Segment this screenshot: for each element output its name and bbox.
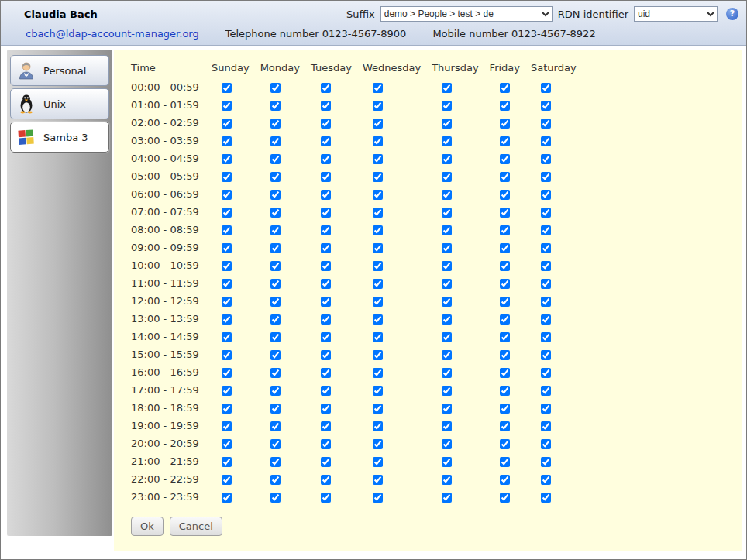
hour-checkbox-friday[interactable] (500, 279, 510, 289)
hour-checkbox-saturday[interactable] (541, 386, 551, 396)
hour-checkbox-wednesday[interactable] (373, 332, 383, 342)
hour-checkbox-tuesday[interactable] (321, 421, 331, 431)
hour-checkbox-sunday[interactable] (222, 261, 232, 271)
hour-checkbox-friday[interactable] (500, 314, 510, 325)
hour-checkbox-wednesday[interactable] (373, 208, 383, 218)
hour-checkbox-friday[interactable] (500, 172, 510, 182)
hour-checkbox-tuesday[interactable] (321, 243, 331, 253)
hour-checkbox-saturday[interactable] (541, 83, 551, 93)
hour-checkbox-monday[interactable] (270, 475, 281, 485)
hour-checkbox-sunday[interactable] (222, 386, 232, 396)
hour-checkbox-thursday[interactable] (442, 243, 452, 253)
hour-checkbox-monday[interactable] (270, 208, 281, 218)
hour-checkbox-thursday[interactable] (442, 101, 452, 111)
email-link[interactable]: cbach@ldap-account-manager.org (26, 28, 199, 40)
hour-checkbox-thursday[interactable] (442, 350, 452, 360)
hour-checkbox-sunday[interactable] (222, 332, 232, 342)
hour-checkbox-wednesday[interactable] (373, 350, 383, 360)
hour-checkbox-friday[interactable] (500, 404, 510, 414)
hour-checkbox-sunday[interactable] (222, 404, 232, 414)
hour-checkbox-monday[interactable] (270, 279, 281, 289)
hour-checkbox-thursday[interactable] (442, 314, 452, 325)
hour-checkbox-thursday[interactable] (442, 493, 452, 503)
hour-checkbox-tuesday[interactable] (321, 493, 331, 503)
hour-checkbox-thursday[interactable] (442, 119, 452, 129)
hour-checkbox-monday[interactable] (270, 190, 281, 200)
hour-checkbox-saturday[interactable] (541, 297, 551, 307)
hour-checkbox-sunday[interactable] (222, 172, 232, 182)
hour-checkbox-sunday[interactable] (222, 136, 232, 146)
hour-checkbox-tuesday[interactable] (321, 83, 331, 93)
hour-checkbox-wednesday[interactable] (373, 83, 383, 93)
hour-checkbox-thursday[interactable] (442, 439, 452, 449)
hour-checkbox-sunday[interactable] (222, 314, 232, 325)
hour-checkbox-friday[interactable] (500, 83, 510, 93)
hour-checkbox-sunday[interactable] (222, 297, 232, 307)
hour-checkbox-tuesday[interactable] (321, 404, 331, 414)
hour-checkbox-tuesday[interactable] (321, 190, 331, 200)
hour-checkbox-tuesday[interactable] (321, 154, 331, 164)
hour-checkbox-monday[interactable] (270, 386, 281, 396)
hour-checkbox-friday[interactable] (500, 475, 510, 485)
hour-checkbox-thursday[interactable] (442, 208, 452, 218)
hour-checkbox-thursday[interactable] (442, 386, 452, 396)
hour-checkbox-saturday[interactable] (541, 136, 551, 146)
hour-checkbox-saturday[interactable] (541, 208, 551, 218)
hour-checkbox-friday[interactable] (500, 297, 510, 307)
hour-checkbox-friday[interactable] (500, 421, 510, 431)
hour-checkbox-tuesday[interactable] (321, 208, 331, 218)
hour-checkbox-tuesday[interactable] (321, 279, 331, 289)
hour-checkbox-wednesday[interactable] (373, 243, 383, 253)
hour-checkbox-thursday[interactable] (442, 261, 452, 271)
hour-checkbox-tuesday[interactable] (321, 314, 331, 325)
hour-checkbox-tuesday[interactable] (321, 297, 331, 307)
hour-checkbox-friday[interactable] (500, 136, 510, 146)
hour-checkbox-wednesday[interactable] (373, 368, 383, 378)
hour-checkbox-wednesday[interactable] (373, 404, 383, 414)
sidebar-tab-samba3[interactable]: Samba 3 (10, 122, 109, 153)
hour-checkbox-friday[interactable] (500, 350, 510, 360)
hour-checkbox-tuesday[interactable] (321, 136, 331, 146)
hour-checkbox-tuesday[interactable] (321, 101, 331, 111)
hour-checkbox-saturday[interactable] (541, 457, 551, 467)
hour-checkbox-tuesday[interactable] (321, 368, 331, 378)
sidebar-tab-personal[interactable]: Personal (10, 55, 109, 86)
hour-checkbox-sunday[interactable] (222, 368, 232, 378)
hour-checkbox-friday[interactable] (500, 493, 510, 503)
hour-checkbox-thursday[interactable] (442, 475, 452, 485)
hour-checkbox-saturday[interactable] (541, 368, 551, 378)
hour-checkbox-friday[interactable] (500, 368, 510, 378)
hour-checkbox-monday[interactable] (270, 172, 281, 182)
hour-checkbox-wednesday[interactable] (373, 279, 383, 289)
hour-checkbox-wednesday[interactable] (373, 314, 383, 325)
hour-checkbox-thursday[interactable] (442, 225, 452, 235)
hour-checkbox-monday[interactable] (270, 225, 281, 235)
hour-checkbox-sunday[interactable] (222, 457, 232, 467)
hour-checkbox-saturday[interactable] (541, 439, 551, 449)
hour-checkbox-wednesday[interactable] (373, 297, 383, 307)
hour-checkbox-wednesday[interactable] (373, 136, 383, 146)
hour-checkbox-monday[interactable] (270, 332, 281, 342)
hour-checkbox-wednesday[interactable] (373, 261, 383, 271)
hour-checkbox-monday[interactable] (270, 421, 281, 431)
hour-checkbox-saturday[interactable] (541, 190, 551, 200)
hour-checkbox-tuesday[interactable] (321, 225, 331, 235)
hour-checkbox-monday[interactable] (270, 350, 281, 360)
hour-checkbox-friday[interactable] (500, 208, 510, 218)
hour-checkbox-sunday[interactable] (222, 493, 232, 503)
hour-checkbox-saturday[interactable] (541, 404, 551, 414)
hour-checkbox-friday[interactable] (500, 243, 510, 253)
hour-checkbox-wednesday[interactable] (373, 101, 383, 111)
hour-checkbox-wednesday[interactable] (373, 493, 383, 503)
hour-checkbox-monday[interactable] (270, 368, 281, 378)
hour-checkbox-saturday[interactable] (541, 261, 551, 271)
hour-checkbox-thursday[interactable] (442, 83, 452, 93)
hour-checkbox-wednesday[interactable] (373, 172, 383, 182)
hour-checkbox-sunday[interactable] (222, 475, 232, 485)
hour-checkbox-monday[interactable] (270, 261, 281, 271)
hour-checkbox-saturday[interactable] (541, 172, 551, 182)
hour-checkbox-saturday[interactable] (541, 475, 551, 485)
hour-checkbox-monday[interactable] (270, 457, 281, 467)
sidebar-tab-unix[interactable]: Unix (10, 88, 109, 119)
hour-checkbox-thursday[interactable] (442, 297, 452, 307)
